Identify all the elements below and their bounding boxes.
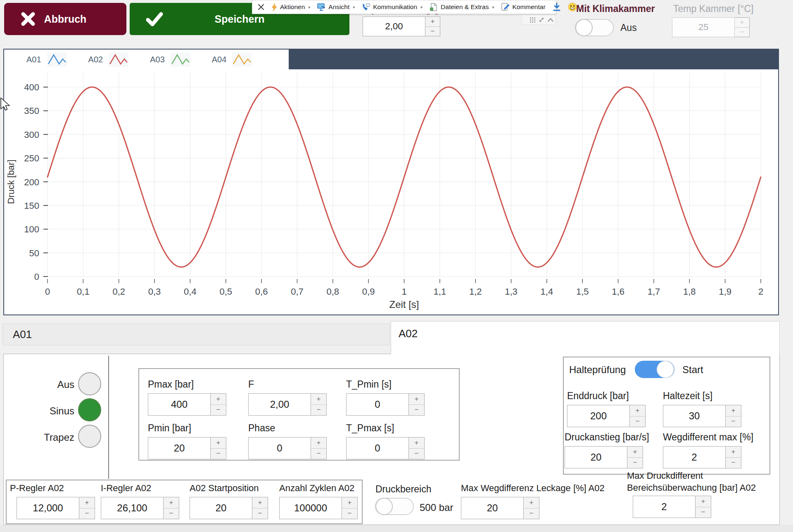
increment-button[interactable]: + (211, 394, 226, 405)
pressure-chart: A01 A02 A03 A04 00,10,20,30,40,50,60,70,… (3, 49, 779, 315)
decrement-button[interactable]: − (425, 27, 440, 36)
menu-kommunikation[interactable]: Kommunikation▾ (361, 2, 423, 12)
max-druckdifferent-value[interactable]: 2 (633, 496, 696, 518)
anzahl-zyklen-value[interactable]: 100000 (279, 497, 342, 519)
legend-item-a01[interactable]: A01 (26, 52, 67, 67)
increment-button[interactable]: + (342, 497, 357, 508)
enddruck-spinner[interactable]: 200 +− (567, 405, 646, 427)
max-wegdifferenz-value[interactable]: 20 (461, 497, 524, 519)
i-regler-spinner[interactable]: 26,100 +− (101, 497, 179, 519)
increment-button[interactable]: + (252, 497, 268, 508)
field-enddruck: Enddruck [bar] 200 +− (567, 390, 646, 427)
chevron-up-icon[interactable] (547, 18, 554, 22)
radio-trapez[interactable] (78, 425, 101, 448)
pmin-value[interactable]: 20 (148, 437, 211, 459)
tpmin-value[interactable]: 0 (346, 393, 409, 416)
increment-button[interactable]: + (164, 497, 179, 508)
legend-item-a03[interactable]: A03 (150, 52, 190, 67)
increment-button[interactable]: + (425, 17, 440, 27)
p-regler-value[interactable]: 12,000 (17, 497, 79, 519)
cycle-duration-spinner[interactable]: 2,00 + − (363, 17, 440, 36)
increment-button[interactable]: + (726, 447, 741, 458)
increment-button[interactable]: + (211, 437, 226, 449)
svg-text:1,6: 1,6 (612, 286, 624, 297)
decrement-button[interactable]: − (211, 405, 226, 416)
enddruck-value[interactable]: 200 (567, 405, 630, 427)
toolbar-close-button[interactable] (257, 3, 265, 11)
startposition-spinner[interactable]: 20 +− (190, 497, 268, 519)
decrement-button[interactable]: − (524, 508, 539, 519)
decrement-button[interactable]: − (726, 458, 741, 468)
tab-a01[interactable]: A01 (2, 324, 390, 345)
wegdifferent-max-spinner[interactable]: 2 +− (663, 446, 753, 468)
field-startposition: A02 Startposition 20 +− (190, 483, 268, 519)
decrement-button[interactable]: − (409, 449, 424, 459)
haltezeit-value[interactable]: 30 (663, 405, 726, 427)
increment-button[interactable]: + (726, 405, 741, 416)
increment-button[interactable]: + (630, 405, 645, 416)
menu-aktionen[interactable]: Aktionen▾ (271, 3, 310, 12)
phase-value[interactable]: 0 (248, 437, 311, 459)
frequency-value[interactable]: 2,00 (248, 393, 311, 416)
increment-button[interactable]: + (409, 437, 424, 449)
frequency-spinner[interactable]: 2,00 +− (248, 393, 327, 416)
decrement-button[interactable]: − (252, 508, 268, 519)
haltezeit-spinner[interactable]: 30 +− (663, 405, 741, 427)
climate-chamber-toggle[interactable] (575, 19, 614, 36)
decrement-button[interactable]: − (164, 508, 179, 519)
decrement-button[interactable]: − (311, 449, 326, 459)
decrement-button[interactable]: − (726, 416, 741, 427)
pmax-spinner[interactable]: 400 +− (148, 393, 226, 416)
decrement-button[interactable]: − (79, 508, 95, 519)
increment-button[interactable]: + (409, 394, 424, 405)
svg-text:250: 250 (24, 153, 39, 163)
tpmin-spinner[interactable]: 0 +− (346, 393, 425, 416)
legend-item-a02[interactable]: A02 (88, 52, 129, 67)
hold-test-toggle[interactable] (635, 361, 674, 378)
i-regler-value[interactable]: 26,100 (101, 497, 164, 519)
decrement-button[interactable]: − (696, 507, 711, 518)
increment-button[interactable]: + (627, 447, 643, 458)
max-wegdifferenz-spinner[interactable]: 20 +− (461, 497, 605, 519)
svg-text:150: 150 (24, 201, 39, 211)
legend-item-a04[interactable]: A04 (212, 52, 252, 67)
expand-icon[interactable] (539, 17, 544, 23)
phase-spinner[interactable]: 0 +− (248, 437, 327, 459)
increment-button[interactable]: + (311, 394, 326, 405)
menu-ansicht[interactable]: Ansicht▾ (317, 2, 355, 12)
increment-button[interactable]: + (79, 497, 95, 508)
pmax-value[interactable]: 400 (148, 393, 211, 416)
tpmax-spinner[interactable]: 0 +− (346, 437, 425, 459)
menu-kommentar[interactable]: Kommentar (501, 2, 545, 12)
download-button[interactable] (552, 2, 561, 12)
tab-a02[interactable]: A02 (391, 321, 780, 355)
radio-sinus[interactable] (78, 398, 101, 421)
footer-strip (0, 525, 793, 532)
decrement-button[interactable]: − (627, 458, 643, 468)
druckanstieg-value[interactable]: 20 (565, 446, 627, 468)
menu-dateien-extras[interactable]: Dateien & Extras▾ (429, 2, 494, 12)
max-druckdifferent-spinner[interactable]: 2 +− (633, 496, 756, 518)
increment-button[interactable]: + (524, 497, 539, 508)
p-regler-spinner[interactable]: 12,000 +− (17, 497, 95, 519)
abort-button[interactable]: Abbruch (4, 3, 126, 35)
grid-icon[interactable] (529, 17, 536, 23)
increment-button[interactable]: + (696, 496, 711, 507)
decrement-button[interactable]: − (311, 405, 326, 416)
startposition-value[interactable]: 20 (190, 497, 252, 519)
decrement-button[interactable]: − (211, 449, 226, 459)
decrement-button[interactable]: − (630, 416, 645, 427)
decrement-button[interactable]: − (409, 405, 424, 416)
decrement-button[interactable]: − (342, 508, 357, 519)
tpmax-value[interactable]: 0 (346, 437, 409, 459)
pmin-spinner[interactable]: 20 +− (148, 437, 226, 459)
wegdifferent-max-value[interactable]: 2 (663, 446, 726, 468)
increment-button[interactable]: + (311, 437, 326, 449)
druckanstieg-spinner[interactable]: 20 +− (565, 446, 649, 468)
radio-aus[interactable] (78, 372, 101, 395)
druckbereich-toggle[interactable] (375, 498, 414, 515)
cycle-duration-value[interactable]: 2,00 (363, 17, 425, 36)
smiley-button[interactable] (568, 2, 577, 12)
anzahl-zyklen-spinner[interactable]: 100000 +− (279, 497, 358, 519)
field-pmax: Pmax [bar] 400 +− (148, 379, 226, 416)
